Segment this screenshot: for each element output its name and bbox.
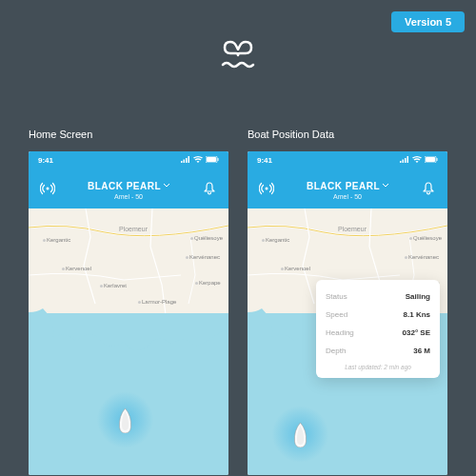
map-label: Ploemeur [119,226,148,232]
position-data-card: Status Sailing Speed 8.1 Kns Heading 032… [316,280,440,378]
chevron-down-icon [383,184,388,188]
wifi-icon [412,156,422,165]
map-label: Kervénanec [186,254,220,260]
app-logo [217,38,259,76]
svg-rect-6 [218,158,219,161]
battery-icon [425,156,438,165]
map-label: Kerpape [195,280,221,286]
boat-marker[interactable] [300,423,307,447]
data-label: Heading [326,328,354,337]
phone-mockup-home: 9:41 BLACK PEARL Amel - 50 [29,151,228,475]
svg-point-7 [47,188,50,190]
svg-rect-5 [207,157,216,162]
signal-icon [400,156,409,165]
status-bar: 9:41 [248,151,447,169]
svg-rect-14 [437,158,438,161]
data-row-depth: Depth 36 M [326,342,430,360]
map-label: Ploemeur [338,226,367,232]
map-label: Kergantic [43,237,70,243]
data-value: Sailing [406,292,430,301]
last-updated-text: Last updated: 2 min ago [326,360,430,370]
map-label: Quéliesoye [409,235,442,241]
map-view[interactable]: Kergantic Ploemeur Kervenoel Kerlavret K… [29,208,228,475]
screen-label-data: Boat Position Data [248,129,447,140]
data-row-heading: Heading 032° SE [326,324,430,342]
svg-rect-3 [188,156,190,163]
svg-rect-13 [426,157,435,162]
status-time: 9:41 [38,156,53,165]
status-time: 9:41 [257,156,272,165]
bell-icon[interactable] [421,181,436,196]
svg-rect-2 [186,158,188,163]
map-label: Kergantic [262,237,289,243]
boat-marker[interactable] [126,408,132,433]
status-bar: 9:41 [29,151,228,169]
data-row-status: Status Sailing [326,288,430,306]
map-label: Larmor-Plage [138,299,176,305]
map-label: Kervenoel [281,266,310,271]
wifi-icon [193,156,203,165]
svg-rect-8 [400,161,402,163]
signal-icon [181,156,190,165]
svg-rect-1 [184,159,186,163]
data-label: Status [326,292,347,301]
app-header: BLACK PEARL Amel - 50 [29,169,228,208]
data-row-speed: Speed 8.1 Kns [326,306,430,324]
bell-icon[interactable] [202,181,217,196]
phone-mockup-data: 9:41 BLACK PEARL Amel - 50 [248,151,447,475]
header-title[interactable]: BLACK PEARL Amel - 50 [307,176,388,201]
battery-icon [206,156,219,165]
version-badge: Version 5 [391,11,465,32]
boat-name-text: BLACK PEARL [307,181,380,191]
data-value: 032° SE [403,328,430,337]
chevron-down-icon [164,184,169,188]
data-value: 8.1 Kns [404,310,430,319]
boat-model-text: Amel - 50 [307,193,388,201]
svg-point-15 [266,188,268,190]
data-label: Depth [326,347,346,355]
svg-rect-0 [181,161,183,163]
svg-rect-11 [407,156,409,163]
boat-name-text: BLACK PEARL [88,181,161,191]
map-label: Kerlavret [100,283,127,288]
map-label: Kervenoel [62,266,91,271]
boat-model-text: Amel - 50 [88,193,169,201]
data-value: 36 M [413,347,430,355]
map-label: Quéliesoye [190,235,223,241]
broadcast-icon[interactable] [40,181,55,196]
header-title[interactable]: BLACK PEARL Amel - 50 [88,176,169,201]
svg-rect-10 [405,158,407,163]
broadcast-icon[interactable] [259,181,274,196]
app-header: BLACK PEARL Amel - 50 [248,169,447,208]
map-label: Kervénanec [405,254,439,260]
data-label: Speed [326,310,347,319]
map-view[interactable]: Kergantic Ploemeur Kervenoel Kerlavret K… [248,208,447,475]
svg-rect-9 [403,159,405,163]
screen-label-home: Home Screen [29,129,228,140]
